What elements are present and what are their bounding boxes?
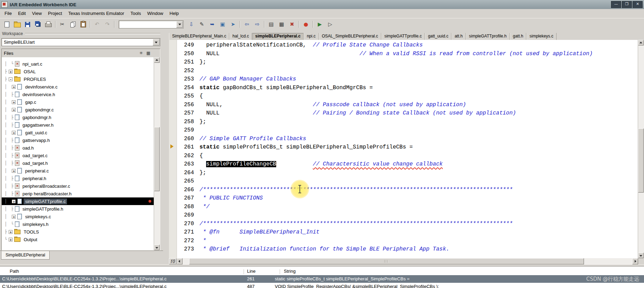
tree-item[interactable]: │ ├simpleGATTprofile.h [2,205,154,213]
compile-button[interactable]: ▤ [266,20,276,29]
code-line[interactable]: 269 [169,211,638,220]
scroll-left-button[interactable] [177,258,183,264]
tree-item[interactable]: ├+OSAL [2,68,154,75]
tree-item[interactable]: │ +peripheral.c [2,167,154,175]
menu-project[interactable]: Project [45,9,65,18]
code-line[interactable]: 256 NULL, // Passcode callback (not used… [169,101,638,109]
make-button[interactable]: ▦ [277,20,287,29]
menu-edit[interactable]: Edit [15,9,29,18]
code-line[interactable]: 249 peripheralStateNotificationCB, // Pr… [169,41,638,50]
tree-item[interactable]: │ +gatt_uuid.c [2,129,154,136]
tree-item[interactable]: │ └npi_uart.c [2,60,154,68]
column-divider[interactable] [280,269,280,274]
paste-button[interactable] [78,20,88,29]
menu-view[interactable]: View [29,9,45,18]
tree-item[interactable]: │ ├peripheral.h [2,175,154,182]
editor-tab[interactable]: att.h [451,33,466,40]
expand-toggle-icon[interactable]: + [12,85,16,89]
editor-tab[interactable]: gatt.h [510,33,526,40]
scroll-up-button[interactable] [638,40,644,45]
expand-toggle-icon[interactable]: + [12,169,16,173]
tree-item[interactable]: │ ├oad.h [2,144,154,152]
minimize-button[interactable]: — [611,1,621,8]
maximize-button[interactable]: ❐ [622,1,632,8]
expand-toggle-icon[interactable]: + [9,70,12,74]
code-line[interactable]: 259 [169,126,638,135]
editor-horizontal-scrollbar[interactable]: ƒ() [169,258,638,264]
expand-toggle-icon[interactable]: + [9,230,12,234]
scrollbar-track[interactable] [183,258,632,264]
build-target-dropdown[interactable]: SimpleBLEUart [1,38,160,46]
editor-tab[interactable]: gatt_uuid.c [425,33,451,40]
code-line[interactable]: 258}; [169,118,638,126]
download-and-debug-button[interactable]: ▶ [315,20,325,29]
tree-item[interactable]: │ ├gapbondmgr.h [2,113,154,121]
scroll-down-button[interactable] [154,245,160,250]
find-next-button[interactable]: ⇩ [186,20,196,29]
code-line[interactable]: 270/************************************… [169,220,638,228]
menu-window[interactable]: Window [144,9,166,18]
tree-item[interactable]: │ ├perip heralBroadcaster.h [2,190,154,197]
code-line[interactable]: 271 * @fn SimpleBLEPeripheral_Init [169,228,638,237]
tree-item[interactable]: │ ├gapgattserver.h [2,121,154,129]
expand-toggle-icon[interactable]: + [12,100,16,104]
code-line[interactable]: 252 [169,67,638,75]
column-header-path[interactable]: Path [10,269,19,274]
scroll-up-button[interactable] [154,57,160,63]
new-file-button[interactable] [2,20,12,29]
code-line[interactable]: 260// Simple GATT Profile Callbacks [169,135,638,143]
code-line[interactable]: 272 * [169,237,638,245]
tree-item[interactable]: │ +devinfoservice.c [2,83,154,91]
code-line[interactable]: 257 NULL // Pairing / Bonding state Call… [169,109,638,118]
scrollbar-thumb[interactable] [154,127,160,191]
editor-tab[interactable]: simpleGATTprofile.c [381,33,425,40]
editor-tab[interactable]: OSAL_SimpleBLEPeripheral.c [319,33,381,40]
expand-toggle-icon[interactable]: + [9,238,12,242]
undo-button[interactable]: ↶ [92,20,102,29]
tree-item[interactable]: │ └simplekeys.h [2,220,154,228]
code-line[interactable]: 250 NULL // When a valid RSSI is read fr… [169,50,638,58]
file-tree-scrollbar[interactable] [154,57,160,250]
combo-dropdown-button[interactable] [176,21,183,28]
quick-search-combobox[interactable] [119,20,184,28]
tree-item[interactable]: │ +simpleGATTprofile.c [2,197,154,205]
code-line[interactable]: 263 simpleProfileChangeCB // Charactersi… [169,160,638,169]
code-line[interactable]: 254static gapBondCBs_t simpleBLEPeripher… [169,84,638,92]
stop-build-button[interactable]: ✖ [287,20,297,29]
editor-tab[interactable]: simpleGATTprofile.h [466,33,510,40]
save-button[interactable] [23,20,33,29]
vertical-splitter[interactable] [163,30,169,264]
debug-without-downloading-button[interactable]: ▷ [325,20,335,29]
tree-item[interactable]: │ +gapbondmgr.c [2,106,154,113]
tree-item[interactable]: │ +gap.c [2,98,154,106]
tree-item[interactable]: │ ├oad_target.c [2,152,154,159]
goto-function-button[interactable]: ƒ() [169,258,177,264]
column-header-line[interactable]: Line [247,269,256,274]
toggle-bookmark-button[interactable]: ▣ [218,20,228,29]
expand-toggle-icon[interactable]: + [12,215,16,219]
editor-tab[interactable]: SimpleBLEPeripheral_Main.c [169,33,229,40]
expand-toggle-icon[interactable]: + [12,108,16,112]
scroll-right-button[interactable] [632,258,638,264]
scroll-down-button[interactable] [638,253,644,258]
tree-item[interactable]: │ +simplekeys.c [2,213,154,220]
expand-toggle-icon[interactable]: + [12,200,16,203]
code-line[interactable]: 273 * @brief Initialization function for… [169,245,638,254]
tree-item[interactable]: │ ├devinfoservice.h [2,91,154,98]
code-line[interactable]: 255{ [169,92,638,101]
editor-tab[interactable]: simpleBLEPeripheral.c [252,33,304,40]
expand-toggle-icon[interactable]: - [9,77,12,81]
toggle-breakpoint-button[interactable]: ● [301,20,311,29]
code-line[interactable]: 251}; [169,58,638,67]
cut-button[interactable]: ✂ [57,20,67,29]
code-line[interactable]: 267 * PUBLIC FUNCTIONS [169,194,638,203]
menu-tools[interactable]: Tools [127,9,144,18]
menu-file[interactable]: File [1,9,15,18]
code-line[interactable]: 268 */ [169,203,638,211]
scrollbar-thumb[interactable] [638,128,644,193]
code-line[interactable]: 261static simpleProfileCBs_t simpleBLEPe… [169,143,638,152]
tree-item[interactable]: │ ├oad_target.h [2,159,154,167]
replace-button[interactable]: ✎ [197,20,207,29]
code-line[interactable]: 262{ [169,152,638,160]
code-line[interactable]: 253// GAP Bond Manager Callbacks [169,75,638,84]
